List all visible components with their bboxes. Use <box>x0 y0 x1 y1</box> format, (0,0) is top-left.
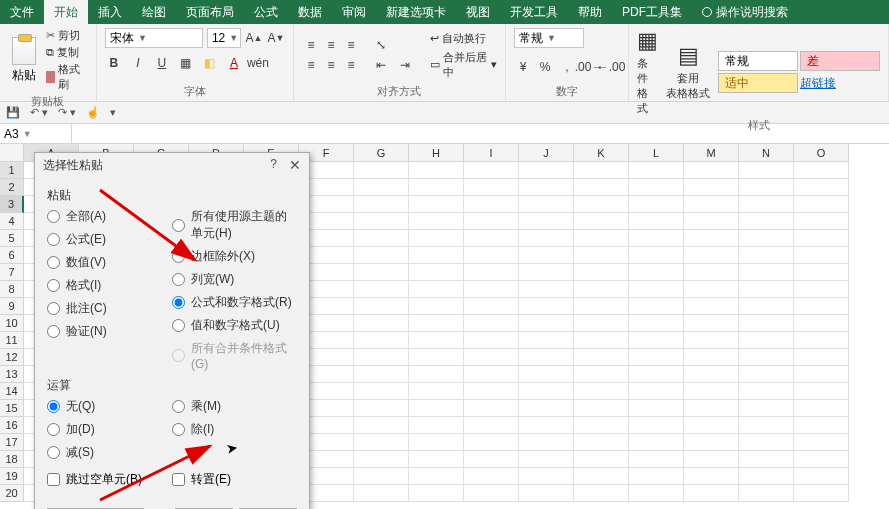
cell[interactable] <box>519 162 574 179</box>
cell[interactable] <box>794 383 849 400</box>
cell[interactable] <box>464 315 519 332</box>
cell[interactable] <box>464 434 519 451</box>
radio-validation[interactable]: 验证(N) <box>47 323 172 340</box>
cell[interactable] <box>409 383 464 400</box>
cell[interactable] <box>629 332 684 349</box>
select-all-corner[interactable] <box>0 144 24 162</box>
cell[interactable] <box>354 230 409 247</box>
radio-div[interactable]: 除(I) <box>172 421 297 438</box>
cell[interactable] <box>409 264 464 281</box>
cell[interactable] <box>519 213 574 230</box>
cell[interactable] <box>684 468 739 485</box>
cell[interactable] <box>464 332 519 349</box>
cell[interactable] <box>409 349 464 366</box>
cell[interactable] <box>354 298 409 315</box>
column-header[interactable]: I <box>464 144 519 162</box>
cell[interactable] <box>794 179 849 196</box>
cell[interactable] <box>409 247 464 264</box>
format-as-table-button[interactable]: ▤ 套用 表格格式 <box>666 43 710 101</box>
cell[interactable] <box>354 213 409 230</box>
column-header[interactable]: G <box>354 144 409 162</box>
cell[interactable] <box>684 332 739 349</box>
cell[interactable] <box>574 162 629 179</box>
cell[interactable] <box>464 247 519 264</box>
cell[interactable] <box>354 281 409 298</box>
cell[interactable] <box>574 434 629 451</box>
cell[interactable] <box>629 264 684 281</box>
cell[interactable] <box>794 434 849 451</box>
radio-none[interactable]: 无(Q) <box>47 398 172 415</box>
cell[interactable] <box>794 366 849 383</box>
cell[interactable] <box>574 349 629 366</box>
cell[interactable] <box>574 451 629 468</box>
transpose-checkbox[interactable]: 转置(E) <box>172 471 297 488</box>
tab-data[interactable]: 数据 <box>288 0 332 24</box>
cell[interactable] <box>629 468 684 485</box>
row-header[interactable]: 5 <box>0 230 24 247</box>
cell[interactable] <box>409 179 464 196</box>
cell[interactable] <box>409 434 464 451</box>
cell[interactable] <box>739 400 794 417</box>
cut-button[interactable]: ✂剪切 <box>46 28 88 43</box>
cell[interactable] <box>794 247 849 264</box>
cell[interactable] <box>574 485 629 502</box>
tab-home[interactable]: 开始 <box>44 0 88 24</box>
column-header[interactable]: J <box>519 144 574 162</box>
decrease-decimal-button[interactable]: ←.00 <box>602 58 620 76</box>
cell[interactable] <box>684 230 739 247</box>
cell[interactable] <box>629 162 684 179</box>
cell-styles-gallery[interactable]: 常规 差 适中 超链接 <box>718 51 880 93</box>
cell[interactable] <box>464 451 519 468</box>
cell[interactable] <box>629 247 684 264</box>
radio-mul[interactable]: 乘(M) <box>172 398 297 415</box>
column-header[interactable]: L <box>629 144 684 162</box>
cell[interactable] <box>629 196 684 213</box>
cell[interactable] <box>409 468 464 485</box>
row-header[interactable]: 19 <box>0 468 24 485</box>
cell[interactable] <box>409 213 464 230</box>
cell[interactable] <box>684 383 739 400</box>
cell[interactable] <box>519 298 574 315</box>
cell[interactable] <box>629 417 684 434</box>
radio-all[interactable]: 全部(A) <box>47 208 172 225</box>
radio-values[interactable]: 数值(V) <box>47 254 172 271</box>
cell[interactable] <box>629 213 684 230</box>
percent-button[interactable]: % <box>536 58 554 76</box>
cell[interactable] <box>629 281 684 298</box>
cell[interactable] <box>794 349 849 366</box>
cell[interactable] <box>739 417 794 434</box>
font-size-combo[interactable]: 12▼ <box>207 28 241 48</box>
underline-button[interactable]: U <box>153 54 171 72</box>
tab-newtab[interactable]: 新建选项卡 <box>376 0 456 24</box>
cell[interactable] <box>354 196 409 213</box>
cell[interactable] <box>409 451 464 468</box>
dialog-titlebar[interactable]: 选择性粘贴 ? ✕ <box>35 153 309 177</box>
align-top-button[interactable]: ≡ <box>302 36 320 54</box>
cell[interactable] <box>409 298 464 315</box>
row-header[interactable]: 14 <box>0 383 24 400</box>
cell[interactable] <box>354 417 409 434</box>
qat-more-button[interactable]: ▾ <box>110 106 116 119</box>
style-ok[interactable]: 适中 <box>718 73 798 93</box>
cell[interactable] <box>574 247 629 264</box>
cell[interactable] <box>739 434 794 451</box>
cell[interactable] <box>794 298 849 315</box>
close-button[interactable]: ✕ <box>289 157 301 173</box>
cell[interactable] <box>684 179 739 196</box>
hyperlink-style[interactable]: 超链接 <box>800 75 836 92</box>
tab-view[interactable]: 视图 <box>456 0 500 24</box>
cell[interactable] <box>739 315 794 332</box>
cell[interactable] <box>794 400 849 417</box>
cell[interactable] <box>354 400 409 417</box>
row-header[interactable]: 20 <box>0 485 24 502</box>
tab-pagelayout[interactable]: 页面布局 <box>176 0 244 24</box>
row-header[interactable]: 10 <box>0 315 24 332</box>
cell[interactable] <box>409 230 464 247</box>
cell[interactable] <box>739 196 794 213</box>
radio-formnum[interactable]: 公式和数字格式(R) <box>172 294 297 311</box>
cell[interactable] <box>794 417 849 434</box>
row-header[interactable]: 9 <box>0 298 24 315</box>
row-header[interactable]: 17 <box>0 434 24 451</box>
cell[interactable] <box>354 332 409 349</box>
cell[interactable] <box>519 247 574 264</box>
